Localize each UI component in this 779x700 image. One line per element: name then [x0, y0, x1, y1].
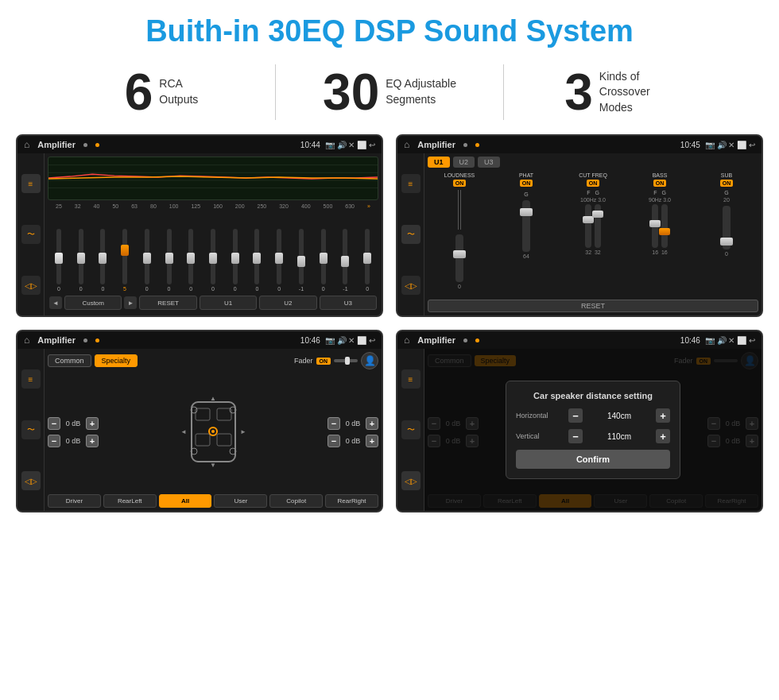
- screen-content-4: ≡ 〜 ◁▷ Common Specialty Fader ON 👤: [397, 349, 762, 511]
- zone-left-2-minus[interactable]: −: [48, 435, 60, 447]
- svg-rect-7: [196, 434, 210, 446]
- eq-u3-btn[interactable]: U3: [320, 296, 377, 310]
- amp2-reset[interactable]: RESET: [428, 300, 758, 312]
- channel-phat: PHAT ON G 64: [494, 172, 558, 295]
- side-controls-3: ≡ 〜 ◁▷: [17, 349, 45, 511]
- btn-rearleft[interactable]: RearLeft: [103, 494, 157, 508]
- home-icon-4[interactable]: ⌂: [404, 335, 409, 346]
- amp2-u3[interactable]: U3: [478, 157, 500, 168]
- dot-4a: [463, 338, 467, 342]
- channel-loudness: LOUDNESS ON 0: [428, 172, 491, 295]
- eq-slider-10[interactable]: 0: [246, 229, 269, 292]
- eq-slider-8[interactable]: 0: [202, 229, 224, 292]
- cross-tab-specialty[interactable]: Specialty: [95, 354, 138, 367]
- amp2-u2[interactable]: U2: [453, 157, 475, 168]
- screen-content-1: ≡ 〜 ◁▷: [17, 153, 382, 315]
- eq-slider-6[interactable]: 0: [158, 229, 180, 292]
- eq-slider-5[interactable]: 0: [136, 229, 158, 292]
- home-icon-3[interactable]: ⌂: [24, 335, 29, 346]
- toggle-cutfreq[interactable]: ON: [587, 180, 600, 187]
- btn-rearright[interactable]: RearRight: [325, 494, 378, 508]
- zone-left-2-plus[interactable]: +: [86, 435, 99, 447]
- toggle-sub[interactable]: ON: [720, 180, 734, 187]
- horizontal-minus[interactable]: −: [568, 408, 583, 423]
- screen-distance: ⌂ Amplifier 10:46 📷 🔊 ✕ ⬜ ↩ ≡ 〜 ◁▷ Commo…: [396, 330, 763, 512]
- eq-slider-11[interactable]: 0: [268, 229, 290, 292]
- eq-expand[interactable]: »: [367, 203, 370, 209]
- eq-slider-14[interactable]: -1: [335, 229, 357, 292]
- side-btn-4-wave[interactable]: 〜: [401, 420, 421, 439]
- btn-all[interactable]: All: [159, 494, 212, 508]
- zone-right-2-minus[interactable]: −: [327, 435, 340, 447]
- svg-rect-6: [217, 408, 231, 420]
- eq-slider-15[interactable]: 0: [356, 229, 378, 292]
- eq-slider-7[interactable]: 0: [180, 229, 202, 292]
- page-title: Buith-in 30EQ DSP Sound System: [0, 0, 779, 56]
- zone-left-1-minus[interactable]: −: [48, 417, 60, 430]
- eq-slider-4[interactable]: 5: [114, 229, 136, 292]
- side-btn-2-vol[interactable]: ◁▷: [401, 276, 421, 295]
- cross-tab-common[interactable]: Common: [48, 354, 91, 367]
- side-btn-2-eq[interactable]: ≡: [401, 174, 421, 193]
- time-2: 10:45: [680, 141, 700, 149]
- dot-1a: [83, 143, 87, 147]
- eq-slider-2[interactable]: 0: [70, 229, 92, 292]
- dot-2b: [475, 143, 479, 147]
- side-btn-4-vol[interactable]: ◁▷: [401, 471, 421, 490]
- eq-play-btn[interactable]: ►: [124, 296, 137, 309]
- side-btn-wave[interactable]: 〜: [21, 225, 41, 244]
- eq-sliders: 0 0 0 5 0: [48, 210, 378, 293]
- side-btn-vol[interactable]: ◁▷: [21, 276, 41, 295]
- home-icon-2[interactable]: ⌂: [404, 139, 409, 150]
- status-icons-2: 📷 🔊 ✕ ⬜ ↩: [705, 141, 755, 149]
- btn-driver[interactable]: Driver: [48, 494, 101, 508]
- channel-bass: BASS ON FG 90Hz 3.0 16 16: [628, 172, 692, 295]
- amp2-main: U1 U2 U3 LOUDNESS ON: [424, 153, 762, 315]
- eq-slider-13[interactable]: 0: [312, 229, 335, 292]
- vertical-minus[interactable]: −: [568, 429, 583, 443]
- eq-slider-12[interactable]: -1: [290, 229, 312, 292]
- side-btn-2-wave[interactable]: 〜: [401, 225, 421, 244]
- btn-copilot[interactable]: Copilot: [269, 494, 323, 508]
- eq-reset-btn[interactable]: RESET: [139, 296, 196, 310]
- zone-left-1-plus[interactable]: +: [86, 417, 99, 430]
- screen-content-2: ≡ 〜 ◁▷ U1 U2 U3 LOUDNESS ON: [397, 153, 762, 315]
- dialog-vertical-label: Vertical: [516, 432, 564, 440]
- eq-slider-1[interactable]: 0: [48, 229, 70, 292]
- side-btn-3-vol[interactable]: ◁▷: [21, 471, 41, 490]
- person-icon: 👤: [361, 352, 378, 369]
- screen-eq: ⌂ Amplifier 10:44 📷 🔊 ✕ ⬜ ↩ ≡ 〜 ◁▷: [16, 134, 383, 317]
- eq-label-32: 32: [75, 203, 81, 209]
- btn-user[interactable]: User: [214, 494, 267, 508]
- horizontal-plus[interactable]: +: [656, 408, 670, 423]
- home-icon-1[interactable]: ⌂: [24, 139, 29, 150]
- svg-text:►: ►: [240, 428, 246, 435]
- toggle-bass[interactable]: ON: [653, 180, 667, 187]
- eq-slider-9[interactable]: 0: [224, 229, 246, 292]
- vertical-plus[interactable]: +: [656, 429, 670, 443]
- fader-toggle[interactable]: ON: [316, 358, 331, 365]
- confirm-button[interactable]: Confirm: [516, 450, 670, 469]
- amp2-u1[interactable]: U1: [428, 157, 450, 168]
- zone-right-2-plus[interactable]: +: [366, 435, 378, 447]
- stat-text-eq: EQ AdjustableSegments: [386, 76, 456, 107]
- svg-rect-8: [217, 434, 231, 446]
- toggle-loudness[interactable]: ON: [453, 180, 467, 187]
- eq-u1-btn[interactable]: U1: [200, 296, 257, 310]
- eq-prev-btn[interactable]: ◄: [49, 296, 62, 309]
- side-btn-3-eq[interactable]: ≡: [21, 369, 41, 389]
- stat-eq: 30 EQ AdjustableSegments: [276, 67, 503, 118]
- eq-u2-btn[interactable]: U2: [259, 296, 316, 310]
- eq-custom-preset[interactable]: Custom: [64, 296, 122, 310]
- screens-grid: ⌂ Amplifier 10:44 📷 🔊 ✕ ⬜ ↩ ≡ 〜 ◁▷: [0, 134, 779, 528]
- zone-right-1-minus[interactable]: −: [327, 417, 340, 430]
- toggle-phat[interactable]: ON: [520, 180, 533, 187]
- side-btn-eq[interactable]: ≡: [21, 174, 41, 193]
- zone-right-1-plus[interactable]: +: [366, 417, 378, 430]
- side-btn-3-wave[interactable]: 〜: [21, 420, 41, 439]
- app-title-3: Amplifier: [37, 335, 76, 345]
- dot-4b: [475, 338, 479, 342]
- side-btn-4-eq[interactable]: ≡: [401, 369, 421, 389]
- eq-slider-3[interactable]: 0: [91, 229, 114, 292]
- dialog-vertical-controls: − 110cm +: [568, 429, 670, 443]
